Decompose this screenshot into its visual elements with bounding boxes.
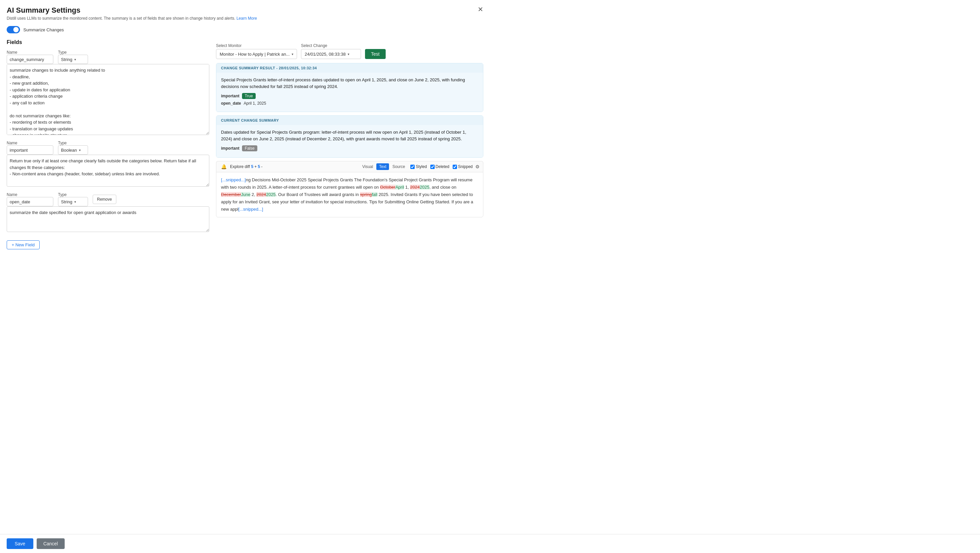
current-important-result-row: important False — [221, 145, 478, 151]
field-name-label-2: Name — [7, 141, 53, 145]
field-name-label-1: Name — [7, 50, 53, 55]
field-prompt-textarea-1[interactable]: summarize changes to include anything re… — [7, 64, 209, 135]
diff-inserted-4: 2025 — [266, 192, 276, 197]
field-type-select-1[interactable]: String ▾ — [58, 55, 88, 64]
diff-content: [...snipped...]ng Decisions Mid-October … — [216, 172, 483, 217]
field-block-open-date: Name Type String ▾ Remove summarize the … — [7, 192, 209, 233]
cancel-button[interactable]: Cancel — [37, 538, 65, 542]
diff-snipped-end[interactable]: [...snipped...] — [238, 207, 263, 212]
snipped-checkbox[interactable] — [453, 165, 457, 169]
field-block-important: Name Type Boolean ▾ Return true only if … — [7, 141, 209, 188]
bottom-buttons-bar: Save Cancel — [0, 534, 490, 542]
diff-inserted-2: 2025 — [420, 185, 430, 190]
page-title: AI Summary Settings — [7, 6, 483, 15]
deleted-checkbox-label[interactable]: Deleted — [430, 164, 449, 169]
explore-diff-num1: 5 — [251, 164, 253, 169]
monitor-chevron-icon: ▾ — [292, 52, 293, 56]
diff-bell-icon-button[interactable]: 🔔 — [220, 163, 228, 170]
styled-checkbox-label[interactable]: Styled — [410, 164, 427, 169]
field-name-input-2[interactable] — [7, 145, 53, 155]
current-change-summary-text: Dates updated for Special Projects Grant… — [221, 129, 478, 142]
select-monitor-label: Select Monitor — [216, 43, 297, 48]
diff-deleted-4: 2024 — [256, 192, 266, 197]
field-prompt-textarea-3[interactable]: summarize the date specified for open gr… — [7, 207, 209, 232]
visual-view-button[interactable]: Visual — [360, 163, 375, 170]
diff-inserted-3: June — [241, 192, 250, 197]
explore-diff-num2: 5 — [258, 164, 260, 169]
open-date-result-label: open_date — [221, 101, 241, 106]
field-type-label-1: Type — [58, 50, 88, 55]
fields-title: Fields — [7, 39, 209, 45]
important-true-badge: True — [242, 93, 255, 99]
diff-deleted-2: 2024 — [410, 185, 420, 190]
diff-toolbar: 🔔 Explore diff 5 + 5 - Visual Text Sourc… — [216, 161, 483, 172]
snipped-checkbox-label[interactable]: Snipped — [453, 164, 473, 169]
summarize-toggle[interactable] — [7, 26, 20, 33]
main-layout: Fields Name Type String ▾ — [7, 39, 483, 539]
test-panel: Select Monitor Monitor - How to Apply | … — [216, 39, 483, 539]
field-name-label-3: Name — [7, 192, 53, 197]
current-important-false-badge: False — [242, 145, 257, 151]
explore-diff-label: Explore diff 5 + 5 - — [230, 164, 262, 169]
diff-inserted-5: fall — [372, 192, 377, 197]
field-type-label-2: Type — [58, 141, 88, 145]
change-summary-result-text: Special Projects Grants letter-of-intent… — [221, 77, 478, 90]
important-result-label: important — [221, 94, 239, 99]
styled-checkbox[interactable] — [410, 165, 415, 169]
current-change-summary-body: Dates updated for Special Projects Grant… — [216, 125, 483, 157]
monitor-selector-group: Select Monitor Monitor - How to Apply | … — [216, 43, 297, 59]
monitor-dropdown[interactable]: Monitor - How to Apply | Patrick an... ▾ — [216, 49, 297, 59]
chevron-down-icon-1: ▾ — [74, 58, 76, 61]
change-selector-group: Select Change 24/01/2025, 08:33:38 ▾ — [301, 43, 361, 59]
view-toggle-group: Visual Text Source — [360, 163, 408, 170]
open-date-result-row: open_date April 1, 2025 — [221, 101, 478, 106]
summarize-label: Summarize Changes — [23, 27, 64, 32]
diff-deleted-3: December — [221, 192, 241, 197]
close-button[interactable]: ✕ — [478, 6, 483, 13]
field-type-select-3[interactable]: String ▾ — [58, 197, 88, 207]
current-change-summary-section: CURRENT CHANGE SUMMARY Dates updated for… — [216, 115, 483, 158]
field-name-input-3[interactable] — [7, 197, 53, 207]
change-summary-result-section: CHANGE SUMMARY RESULT - 28/01/2025, 10:3… — [216, 63, 483, 112]
page-subtitle: Distill uses LLMs to summarize the monit… — [7, 16, 483, 21]
field-header-row-3: Name Type String ▾ Remove — [7, 192, 209, 207]
deleted-checkbox[interactable] — [430, 165, 435, 169]
test-selectors-row: Select Monitor Monitor - How to Apply | … — [216, 43, 483, 59]
text-view-button[interactable]: Text — [376, 163, 389, 170]
field-block-change-summary: Name Type String ▾ summarize changes to … — [7, 50, 209, 136]
field-name-input-1[interactable] — [7, 55, 53, 64]
change-summary-result-body: Special Projects Grants letter-of-intent… — [216, 73, 483, 112]
diff-section: 🔔 Explore diff 5 + 5 - Visual Text Sourc… — [216, 161, 483, 217]
diff-deleted-5: spring — [360, 192, 372, 197]
source-view-button[interactable]: Source — [390, 163, 408, 170]
summarize-toggle-row: Summarize Changes — [7, 26, 483, 33]
fields-panel: Fields Name Type String ▾ — [7, 39, 209, 539]
diff-deleted-1: October — [380, 185, 395, 190]
current-change-summary-header: CURRENT CHANGE SUMMARY — [216, 116, 483, 125]
add-field-button[interactable]: + New Field — [7, 240, 40, 249]
chevron-down-icon-3: ▾ — [74, 200, 76, 203]
chevron-down-icon-2: ▾ — [79, 148, 81, 152]
field-prompt-textarea-2[interactable]: Return true only if at least one change … — [7, 155, 209, 187]
diff-toolbar-left: 🔔 Explore diff 5 + 5 - — [220, 163, 262, 170]
diff-snipped-start[interactable]: [...snipped...] — [221, 177, 246, 182]
test-button[interactable]: Test — [365, 49, 386, 59]
change-dropdown[interactable]: 24/01/2025, 08:33:38 ▾ — [301, 49, 361, 59]
remove-field-button-3[interactable]: Remove — [93, 195, 116, 204]
save-button[interactable]: Save — [7, 538, 33, 542]
diff-inserted-1: April — [395, 185, 404, 190]
select-change-label: Select Change — [301, 43, 361, 48]
field-header-row-2: Name Type Boolean ▾ — [7, 141, 209, 155]
current-important-result-label: important — [221, 146, 239, 151]
open-date-result-value: April 1, 2025 — [243, 101, 266, 106]
field-type-label-3: Type — [58, 192, 88, 197]
important-result-row: important True — [221, 93, 478, 99]
field-type-select-2[interactable]: Boolean ▾ — [58, 145, 88, 155]
learn-more-link[interactable]: Learn More — [236, 16, 257, 21]
change-summary-result-header: CHANGE SUMMARY RESULT - 28/01/2025, 10:3… — [216, 64, 483, 73]
change-chevron-icon: ▾ — [348, 52, 349, 56]
diff-checkbox-group: Styled Deleted Snipped — [410, 164, 473, 169]
diff-settings-gear-icon[interactable]: ⚙ — [475, 164, 480, 169]
field-header-row-1: Name Type String ▾ — [7, 50, 209, 64]
